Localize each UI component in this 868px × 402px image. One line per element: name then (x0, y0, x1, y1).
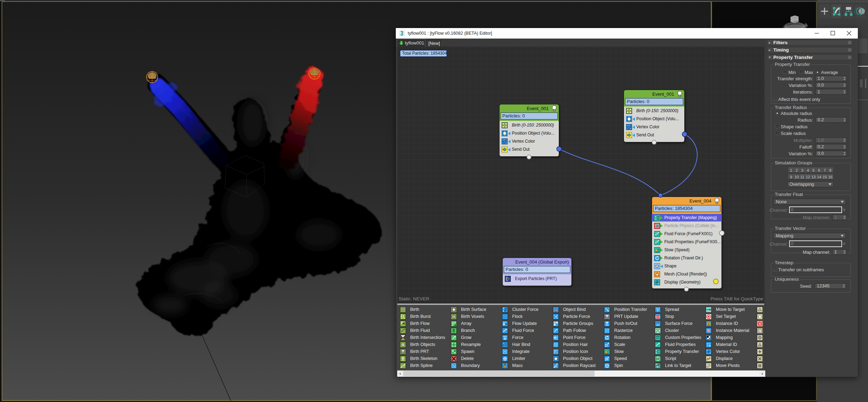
svg-text:KG: KG (504, 366, 506, 367)
svg-text:ID: ID (708, 323, 710, 325)
svg-text:w: w (658, 283, 659, 285)
svg-text:PRT: PRT (401, 351, 405, 353)
svg-text:STOP: STOP (656, 316, 660, 318)
svg-text:XYZ: XYZ (656, 335, 660, 338)
svg-text:C#: C# (656, 357, 660, 361)
svg-text:BACK: BACK (794, 21, 800, 23)
svg-text:PRT: PRT (605, 316, 609, 318)
